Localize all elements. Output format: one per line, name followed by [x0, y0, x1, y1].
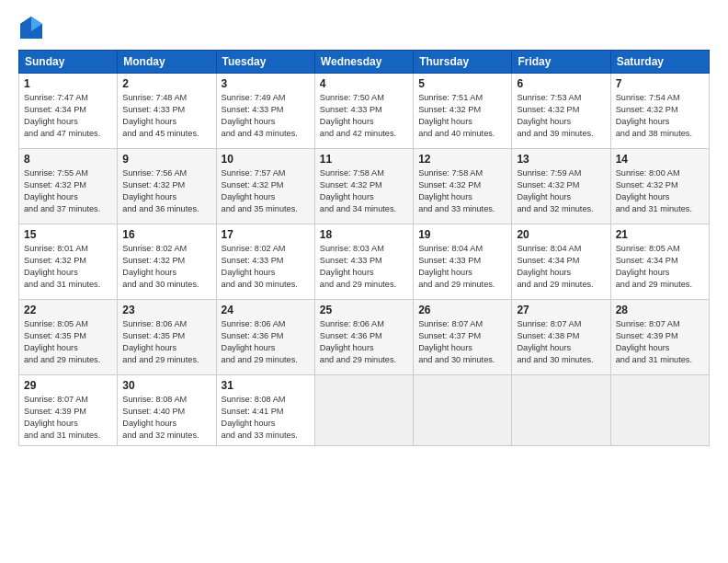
- day-number: 29: [24, 379, 112, 392]
- day-number: 16: [122, 228, 210, 241]
- day-cell-1: 1Sunrise: 7:47 AMSunset: 4:34 PMDaylight…: [19, 74, 118, 149]
- day-number: 13: [517, 153, 605, 166]
- day-info: Sunrise: 7:51 AMSunset: 4:32 PMDaylight …: [418, 92, 506, 140]
- header-day-tuesday: Tuesday: [216, 51, 314, 74]
- page: SundayMondayTuesdayWednesdayThursdayFrid…: [0, 0, 728, 563]
- day-number: 1: [24, 77, 112, 90]
- day-number: 18: [320, 228, 408, 241]
- header-day-saturday: Saturday: [610, 51, 709, 74]
- day-cell-31: 31Sunrise: 8:08 AMSunset: 4:41 PMDayligh…: [216, 375, 314, 446]
- day-cell-30: 30Sunrise: 8:08 AMSunset: 4:40 PMDayligh…: [118, 375, 216, 446]
- day-number: 3: [222, 77, 310, 90]
- day-number: 22: [24, 304, 112, 316]
- day-info: Sunrise: 7:55 AMSunset: 4:32 PMDaylight …: [24, 167, 112, 215]
- header-day-monday: Monday: [118, 51, 216, 74]
- empty-cell: [512, 375, 610, 446]
- week-row-3: 15Sunrise: 8:01 AMSunset: 4:32 PMDayligh…: [19, 224, 710, 300]
- day-number: 19: [418, 228, 506, 241]
- day-cell-17: 17Sunrise: 8:02 AMSunset: 4:33 PMDayligh…: [216, 224, 314, 300]
- day-info: Sunrise: 8:04 AMSunset: 4:34 PMDaylight …: [517, 243, 605, 291]
- day-number: 14: [616, 153, 704, 166]
- day-info: Sunrise: 8:06 AMSunset: 4:35 PMDaylight …: [122, 318, 210, 366]
- day-info: Sunrise: 8:06 AMSunset: 4:36 PMDaylight …: [222, 318, 310, 366]
- day-info: Sunrise: 8:08 AMSunset: 4:40 PMDaylight …: [122, 394, 210, 442]
- day-info: Sunrise: 8:06 AMSunset: 4:36 PMDaylight …: [320, 318, 408, 366]
- day-info: Sunrise: 7:53 AMSunset: 4:32 PMDaylight …: [517, 92, 605, 140]
- day-cell-14: 14Sunrise: 8:00 AMSunset: 4:32 PMDayligh…: [610, 149, 709, 224]
- day-number: 11: [320, 153, 408, 166]
- day-info: Sunrise: 8:02 AMSunset: 4:32 PMDaylight …: [122, 243, 210, 291]
- day-info: Sunrise: 8:03 AMSunset: 4:33 PMDaylight …: [320, 243, 408, 291]
- empty-cell: [314, 375, 413, 446]
- logo-icon: [18, 15, 44, 40]
- day-number: 10: [222, 153, 310, 166]
- week-row-2: 8Sunrise: 7:55 AMSunset: 4:32 PMDaylight…: [19, 149, 710, 224]
- day-number: 28: [616, 304, 704, 316]
- day-info: Sunrise: 8:00 AMSunset: 4:32 PMDaylight …: [616, 167, 704, 215]
- day-number: 2: [122, 77, 210, 90]
- day-cell-29: 29Sunrise: 8:07 AMSunset: 4:39 PMDayligh…: [19, 375, 118, 446]
- day-number: 25: [320, 304, 408, 316]
- day-info: Sunrise: 7:58 AMSunset: 4:32 PMDaylight …: [418, 167, 506, 215]
- header-day-wednesday: Wednesday: [314, 51, 413, 74]
- day-cell-28: 28Sunrise: 8:07 AMSunset: 4:39 PMDayligh…: [610, 300, 709, 375]
- day-cell-3: 3Sunrise: 7:49 AMSunset: 4:33 PMDaylight…: [216, 74, 314, 149]
- empty-cell: [414, 375, 512, 446]
- day-number: 8: [24, 153, 112, 166]
- day-cell-20: 20Sunrise: 8:04 AMSunset: 4:34 PMDayligh…: [512, 224, 610, 300]
- day-number: 12: [418, 153, 506, 166]
- header-day-thursday: Thursday: [414, 51, 512, 74]
- day-cell-11: 11Sunrise: 7:58 AMSunset: 4:32 PMDayligh…: [314, 149, 413, 224]
- header-day-friday: Friday: [512, 51, 610, 74]
- week-row-1: 1Sunrise: 7:47 AMSunset: 4:34 PMDaylight…: [19, 74, 710, 149]
- day-cell-27: 27Sunrise: 8:07 AMSunset: 4:38 PMDayligh…: [512, 300, 610, 375]
- day-cell-2: 2Sunrise: 7:48 AMSunset: 4:33 PMDaylight…: [118, 74, 216, 149]
- day-info: Sunrise: 7:57 AMSunset: 4:32 PMDaylight …: [222, 167, 310, 215]
- day-info: Sunrise: 7:48 AMSunset: 4:33 PMDaylight …: [122, 92, 210, 140]
- day-cell-18: 18Sunrise: 8:03 AMSunset: 4:33 PMDayligh…: [314, 224, 413, 300]
- day-number: 15: [24, 228, 112, 241]
- day-cell-15: 15Sunrise: 8:01 AMSunset: 4:32 PMDayligh…: [19, 224, 118, 300]
- day-info: Sunrise: 7:49 AMSunset: 4:33 PMDaylight …: [222, 92, 310, 140]
- day-number: 21: [616, 228, 704, 241]
- day-info: Sunrise: 8:07 AMSunset: 4:37 PMDaylight …: [418, 318, 506, 366]
- day-cell-5: 5Sunrise: 7:51 AMSunset: 4:32 PMDaylight…: [414, 74, 512, 149]
- day-number: 30: [122, 379, 210, 392]
- day-info: Sunrise: 7:59 AMSunset: 4:32 PMDaylight …: [517, 167, 605, 215]
- day-number: 27: [517, 304, 605, 316]
- day-number: 7: [616, 77, 704, 90]
- day-cell-24: 24Sunrise: 8:06 AMSunset: 4:36 PMDayligh…: [216, 300, 314, 375]
- header-day-sunday: Sunday: [19, 51, 118, 74]
- day-number: 9: [122, 153, 210, 166]
- day-number: 6: [517, 77, 605, 90]
- day-info: Sunrise: 8:08 AMSunset: 4:41 PMDaylight …: [222, 394, 310, 442]
- day-cell-12: 12Sunrise: 7:58 AMSunset: 4:32 PMDayligh…: [414, 149, 512, 224]
- day-number: 26: [418, 304, 506, 316]
- day-info: Sunrise: 7:58 AMSunset: 4:32 PMDaylight …: [320, 167, 408, 215]
- day-cell-4: 4Sunrise: 7:50 AMSunset: 4:33 PMDaylight…: [314, 74, 413, 149]
- day-cell-21: 21Sunrise: 8:05 AMSunset: 4:34 PMDayligh…: [610, 224, 709, 300]
- day-number: 5: [418, 77, 506, 90]
- day-info: Sunrise: 8:07 AMSunset: 4:39 PMDaylight …: [616, 318, 704, 366]
- day-info: Sunrise: 8:07 AMSunset: 4:38 PMDaylight …: [517, 318, 605, 366]
- day-cell-7: 7Sunrise: 7:54 AMSunset: 4:32 PMDaylight…: [610, 74, 709, 149]
- day-cell-26: 26Sunrise: 8:07 AMSunset: 4:37 PMDayligh…: [414, 300, 512, 375]
- day-info: Sunrise: 7:56 AMSunset: 4:32 PMDaylight …: [122, 167, 210, 215]
- day-cell-16: 16Sunrise: 8:02 AMSunset: 4:32 PMDayligh…: [118, 224, 216, 300]
- day-cell-10: 10Sunrise: 7:57 AMSunset: 4:32 PMDayligh…: [216, 149, 314, 224]
- header: [18, 15, 710, 40]
- day-cell-19: 19Sunrise: 8:04 AMSunset: 4:33 PMDayligh…: [414, 224, 512, 300]
- day-info: Sunrise: 8:01 AMSunset: 4:32 PMDaylight …: [24, 243, 112, 291]
- day-cell-13: 13Sunrise: 7:59 AMSunset: 4:32 PMDayligh…: [512, 149, 610, 224]
- day-cell-25: 25Sunrise: 8:06 AMSunset: 4:36 PMDayligh…: [314, 300, 413, 375]
- day-number: 17: [222, 228, 310, 241]
- empty-cell: [610, 375, 709, 446]
- logo: [18, 15, 48, 40]
- day-info: Sunrise: 8:05 AMSunset: 4:35 PMDaylight …: [24, 318, 112, 366]
- day-info: Sunrise: 7:47 AMSunset: 4:34 PMDaylight …: [24, 92, 112, 140]
- week-row-4: 22Sunrise: 8:05 AMSunset: 4:35 PMDayligh…: [19, 300, 710, 375]
- day-info: Sunrise: 8:07 AMSunset: 4:39 PMDaylight …: [24, 394, 112, 442]
- day-info: Sunrise: 8:05 AMSunset: 4:34 PMDaylight …: [616, 243, 704, 291]
- week-row-5: 29Sunrise: 8:07 AMSunset: 4:39 PMDayligh…: [19, 375, 710, 446]
- day-number: 31: [222, 379, 310, 392]
